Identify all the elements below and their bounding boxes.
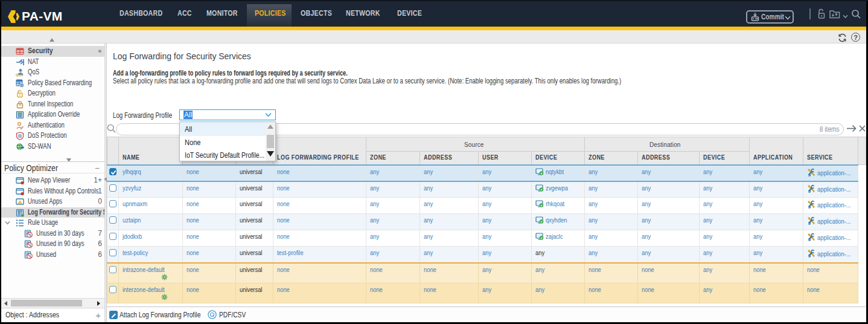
- svg-text:QoS: QoS: [16, 73, 23, 77]
